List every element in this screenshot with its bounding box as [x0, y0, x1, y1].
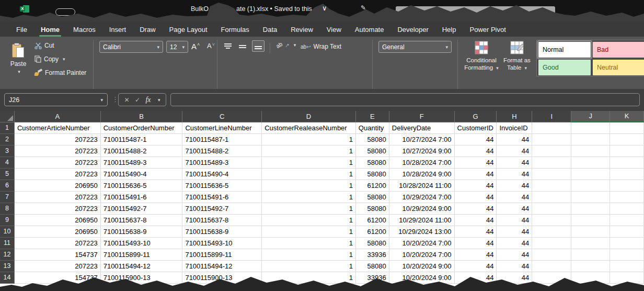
cell-K8[interactable] — [610, 203, 644, 215]
cell-G1[interactable]: CustomerID — [455, 122, 497, 134]
column-header-A[interactable]: A — [15, 111, 101, 122]
tab-automate[interactable]: Automate — [348, 23, 391, 36]
cell-E14[interactable]: 33936 — [356, 272, 389, 284]
tab-formulas[interactable]: Formulas — [214, 23, 256, 36]
cell-C10[interactable]: 7100115638-9 — [182, 226, 262, 238]
style-normal[interactable]: Normal — [538, 42, 591, 58]
cell-D12[interactable]: 1 — [262, 249, 356, 261]
cell-C11[interactable]: 7100115493-10 — [182, 238, 262, 249]
cell-K4[interactable] — [610, 157, 644, 169]
cell-D14[interactable]: 1 — [262, 272, 356, 284]
cell-A13[interactable]: 207223 — [15, 261, 101, 272]
cell-F1[interactable]: DeliveryDate — [389, 122, 455, 134]
column-header-B[interactable]: B — [101, 111, 183, 122]
cell-J8[interactable] — [571, 203, 610, 215]
cell-E6[interactable]: 61200 — [356, 180, 389, 192]
cut-button[interactable]: Cut — [34, 42, 54, 49]
cell-D9[interactable]: 1 — [262, 215, 356, 226]
cell-H3[interactable]: 44 — [497, 146, 532, 157]
cell-G6[interactable]: 44 — [455, 180, 497, 192]
cell-G11[interactable]: 44 — [455, 238, 497, 249]
tab-page-layout[interactable]: Page Layout — [163, 23, 214, 36]
number-format-combo[interactable]: General ▾ — [378, 41, 452, 53]
tab-draw[interactable]: Draw — [133, 23, 162, 36]
column-header-J[interactable]: J — [571, 111, 610, 122]
style-good[interactable]: Good — [538, 60, 591, 75]
cell-C7[interactable]: 7100115491-6 — [182, 192, 262, 203]
cell-H1[interactable]: InvoiceID — [497, 122, 532, 134]
formula-input[interactable] — [170, 93, 640, 106]
cell-B4[interactable]: 7100115489-3 — [101, 157, 183, 169]
wrap-text-button[interactable]: ab↩ Wrap Text — [301, 43, 341, 50]
enter-icon[interactable]: ✓ — [135, 96, 140, 104]
cell-C12[interactable]: 7100115899-11 — [182, 249, 262, 261]
cell-B14[interactable]: 7100115900-13 — [101, 272, 183, 284]
cell-A1[interactable]: CustomerArticleNumber — [15, 122, 101, 134]
cell-K7[interactable] — [610, 192, 644, 203]
cell-E2[interactable]: 58080 — [356, 134, 389, 146]
cell-G2[interactable]: 44 — [455, 134, 497, 146]
cell-A14[interactable]: 154737 — [15, 272, 101, 284]
cell-D2[interactable]: 1 — [262, 134, 356, 146]
column-header-F[interactable]: F — [389, 111, 455, 122]
cell-G10[interactable]: 44 — [455, 226, 497, 238]
cell-A7[interactable]: 207223 — [15, 192, 101, 203]
cell-K2[interactable] — [610, 134, 644, 146]
cell-J1[interactable] — [571, 122, 610, 134]
cell-B8[interactable]: 7100115492-7 — [101, 203, 183, 215]
cell-D1[interactable]: CustomerRealeaseNumber — [262, 122, 356, 134]
cell-A6[interactable]: 206950 — [15, 180, 101, 192]
cell-C9[interactable]: 7100115637-8 — [182, 215, 262, 226]
font-size-combo[interactable]: 12 ▾ — [166, 41, 188, 53]
cell-H7[interactable]: 44 — [497, 192, 532, 203]
cell-J4[interactable] — [571, 157, 610, 169]
cell-I6[interactable] — [532, 180, 571, 192]
cell-E11[interactable]: 58080 — [356, 238, 389, 249]
insert-function-button[interactable]: fx — [145, 96, 151, 104]
cell-K3[interactable] — [610, 146, 644, 157]
cell-J9[interactable] — [571, 215, 610, 226]
cell-F8[interactable]: 10/29/2024 9:00 — [389, 203, 455, 215]
cell-C2[interactable]: 7100115487-1 — [182, 134, 262, 146]
cell-K5[interactable] — [610, 169, 644, 180]
cell-G4[interactable]: 44 — [455, 157, 497, 169]
cell-B11[interactable]: 7100115493-10 — [101, 238, 183, 249]
column-header-D[interactable]: D — [262, 111, 356, 122]
tab-power-pivot[interactable]: Power Pivot — [463, 23, 512, 36]
cell-F9[interactable]: 10/29/2024 11:00 — [389, 215, 455, 226]
cell-A11[interactable]: 207223 — [15, 238, 101, 249]
row-header-14[interactable]: 14 — [0, 272, 15, 284]
cell-D10[interactable]: 1 — [262, 226, 356, 238]
cell-H5[interactable]: 44 — [497, 169, 532, 180]
format-painter-button[interactable]: Format Painter — [34, 69, 86, 76]
cell-E10[interactable]: 61200 — [356, 226, 389, 238]
tab-home[interactable]: Home — [34, 23, 66, 36]
cell-J2[interactable] — [571, 134, 610, 146]
cell-E1[interactable]: Quantity — [356, 122, 389, 134]
cell-J13[interactable] — [571, 261, 610, 272]
cell-G12[interactable]: 44 — [455, 249, 497, 261]
cell-F12[interactable]: 10/20/2024 7:00 — [389, 249, 455, 261]
name-box[interactable]: J26 ▾ — [4, 93, 108, 106]
cell-E3[interactable]: 58080 — [356, 146, 389, 157]
cell-B13[interactable]: 7100115494-12 — [101, 261, 183, 272]
cell-H6[interactable]: 44 — [497, 180, 532, 192]
row-header-3[interactable]: 3 — [0, 146, 15, 157]
cell-G7[interactable]: 44 — [455, 192, 497, 203]
shrink-font-button[interactable]: A ˅ — [207, 42, 215, 50]
cell-C8[interactable]: 7100115492-7 — [182, 203, 262, 215]
cell-G13[interactable]: 44 — [455, 261, 497, 272]
cell-H11[interactable]: 44 — [497, 238, 532, 249]
cell-F11[interactable]: 10/20/2024 7:00 — [389, 238, 455, 249]
cell-I5[interactable] — [532, 169, 571, 180]
cell-H4[interactable]: 44 — [497, 157, 532, 169]
cell-K12[interactable] — [610, 249, 644, 261]
paste-button[interactable]: Paste ▾ — [6, 40, 30, 91]
cell-G14[interactable]: 44 — [455, 272, 497, 284]
row-header-1[interactable]: 1 — [0, 122, 15, 134]
cell-C13[interactable]: 7100115494-12 — [182, 261, 262, 272]
tab-view[interactable]: View — [320, 23, 348, 36]
column-header-C[interactable]: C — [182, 111, 262, 122]
cell-D3[interactable]: 1 — [262, 146, 356, 157]
row-header-11[interactable]: 11 — [0, 238, 15, 249]
